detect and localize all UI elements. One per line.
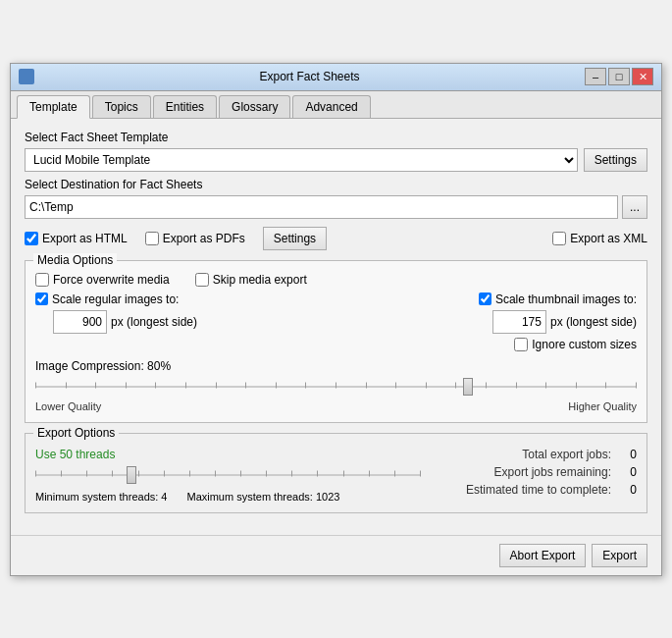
jobs-remaining-row: Export jobs remaining: 0 [431,465,637,479]
threads-slider-container [35,465,421,485]
total-jobs-row: Total export jobs: 0 [431,448,637,461]
thumb-size-input[interactable] [492,310,546,334]
threads-section: Use 50 threads [35,448,421,503]
minimize-button[interactable]: – [585,68,606,85]
template-label: Select Fact Sheet Template [25,131,647,144]
t11 [317,470,318,476]
dest-input[interactable] [25,195,618,219]
t9 [266,470,267,476]
tab-topics[interactable]: Topics [92,95,151,118]
export-stats-section: Total export jobs: 0 Export jobs remaini… [431,448,637,503]
regular-size-input[interactable] [53,310,107,334]
force-overwrite-item: Force overwrite media [35,273,170,287]
scale-regular-label: Scale regular images to: [52,292,179,306]
skip-export-checkbox[interactable] [195,273,209,287]
export-format-row: Export as HTML Export as PDFs Settings E… [25,227,647,250]
t12 [343,470,344,476]
ignore-custom-row: Ignore custom sizes [35,338,637,351]
t3 [112,470,113,476]
pdf-settings-button[interactable]: Settings [263,227,327,250]
compression-label: Image Compression: 80% [35,359,637,373]
threads-ticks [35,473,421,476]
export-html-checkbox[interactable] [25,232,38,245]
export-options-group: Export Options Use 50 threads [25,433,647,513]
threads-slider-thumb[interactable] [127,466,136,484]
tab-entities[interactable]: Entities [153,95,217,118]
ignore-custom-checkbox[interactable] [514,338,528,351]
tab-glossary[interactable]: Glossary [219,95,290,118]
sys-info-row: Minimum system threads: 4 Maximum system… [35,491,421,503]
estimated-time-row: Estimated time to complete: 0 [431,483,637,497]
abort-export-button[interactable]: Abort Export [499,544,587,567]
tab-bar: Template Topics Entities Glossary Advanc… [11,91,661,119]
skip-export-item: Skip media export [195,273,307,287]
compression-slider-thumb[interactable] [463,378,473,396]
footer: Abort Export Export [11,535,661,575]
ignore-custom-item: Ignore custom sizes [514,338,637,351]
jobs-remaining-label: Export jobs remaining: [494,465,611,479]
export-xml-label: Export as XML [570,232,647,245]
tick-2 [95,382,96,388]
t8 [240,470,241,476]
tick-8 [276,382,277,388]
scale-thumb-checkbox[interactable] [479,292,491,305]
t2 [86,470,87,476]
scale-regular-item: Scale regular images to: [35,292,179,306]
jobs-remaining-value: 0 [617,465,637,479]
tick-1 [66,382,67,388]
slider-labels: Lower Quality Higher Quality [35,400,637,412]
export-pdf-checkbox[interactable] [145,232,159,245]
media-options-inner: Force overwrite media Skip media export … [35,269,637,412]
export-pdf-label: Export as PDFs [163,232,245,245]
force-overwrite-checkbox[interactable] [35,273,49,287]
template-select[interactable]: Lucid Mobile Template [25,148,578,172]
template-settings-button[interactable]: Settings [584,148,647,172]
tick-16 [516,382,517,388]
t7 [215,470,216,476]
tab-template[interactable]: Template [17,95,90,119]
scale-thumb-label: Scale thumbnail images to: [495,292,637,306]
regular-size-group: px (longest side) [53,310,197,334]
tick-17 [545,382,546,388]
lower-quality-label: Lower Quality [35,400,101,412]
compression-ticks [35,385,637,388]
tick-0 [35,382,36,388]
t0 [35,470,36,476]
window-title: Export Fact Sheets [34,70,585,83]
tick-10 [336,382,336,388]
tick-6 [216,382,217,388]
scale-values-row: px (longest side) px (longest side) [35,310,637,334]
t6 [189,470,190,476]
t15 [420,470,421,476]
app-icon [19,69,34,84]
compression-slider-container [35,377,637,397]
tick-5 [185,382,186,388]
tick-20 [636,382,637,388]
estimated-time-value: 0 [617,483,637,497]
t1 [61,470,62,476]
export-button[interactable]: Export [592,544,647,567]
export-html-label: Export as HTML [42,232,128,245]
scale-row: Scale regular images to: Scale thumbnail… [35,292,637,306]
export-options-inner: Use 50 threads [35,442,637,503]
thumb-size-group: px (longest side) [492,310,637,334]
tick-18 [576,382,577,388]
tab-advanced[interactable]: Advanced [292,95,370,118]
skip-export-label: Skip media export [213,273,307,287]
media-row1: Force overwrite media Skip media export [35,273,637,287]
tick-9 [305,382,306,388]
ignore-custom-label: Ignore custom sizes [532,338,637,351]
export-xml-item: Export as XML [552,232,647,245]
compression-row: Image Compression: 80% [35,359,637,412]
export-xml-checkbox[interactable] [552,232,566,245]
tick-11 [366,382,367,388]
close-button[interactable]: ✕ [632,68,653,85]
maximize-button[interactable]: □ [608,68,630,85]
browse-button[interactable]: ... [622,195,647,219]
media-options-group: Media Options Force overwrite media Skip… [25,260,647,423]
min-threads-label: Minimum system threads: 4 [35,491,167,503]
title-bar: Export Fact Sheets – □ ✕ [11,64,661,91]
total-jobs-value: 0 [617,448,637,461]
scale-regular-checkbox[interactable] [35,292,48,305]
export-html-item: Export as HTML [25,232,128,245]
